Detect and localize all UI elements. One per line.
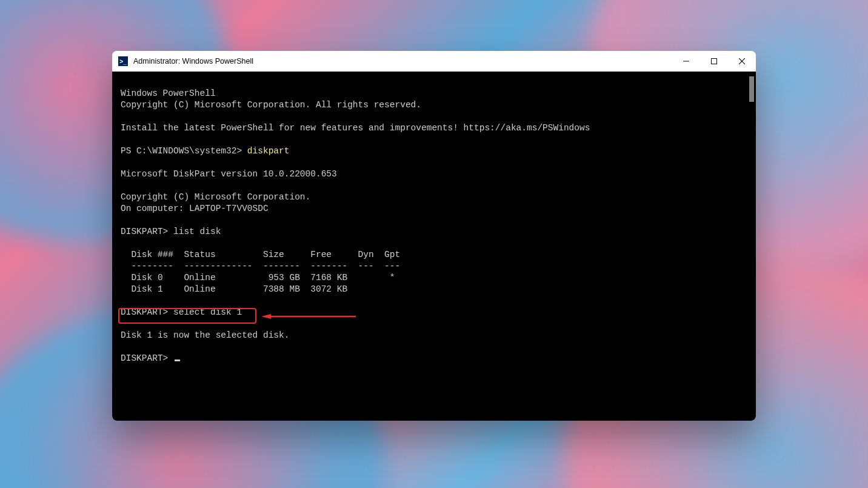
console-line: Copyright (C) Microsoft Corporation.: [121, 192, 310, 202]
svg-rect-1: [712, 59, 717, 64]
table-row: Disk 1 Online 7388 MB 3072 KB: [121, 284, 347, 294]
table-row: Disk 0 Online 953 GB 7168 KB *: [121, 273, 395, 282]
console-line: DISKPART> select disk 1: [121, 307, 242, 317]
maximize-button[interactable]: [700, 51, 728, 72]
table-header: Disk ### Status Size Free Dyn Gpt: [121, 250, 400, 259]
console-command: diskpart: [247, 146, 290, 156]
minimize-button[interactable]: [672, 51, 700, 72]
window-title: Administrator: Windows PowerShell: [133, 57, 253, 65]
console-output[interactable]: Windows PowerShell Copyright (C) Microso…: [112, 72, 756, 421]
console-line: On computer: LAPTOP-T7VV0SDC: [121, 204, 269, 213]
svg-marker-5: [261, 314, 271, 319]
powershell-icon: >_: [118, 56, 128, 66]
titlebar[interactable]: >_ Administrator: Windows PowerShell: [112, 51, 756, 72]
annotation-arrow-icon: [261, 314, 356, 319]
close-button[interactable]: [728, 51, 756, 72]
console-line: DISKPART> list disk: [121, 227, 221, 236]
console-line: Disk 1 is now the selected disk.: [121, 330, 289, 340]
console-prompt: DISKPART>: [121, 353, 173, 363]
scrollbar-thumb[interactable]: [749, 76, 754, 102]
console-line: Microsoft DiskPart version 10.0.22000.65…: [121, 169, 337, 179]
table-separator: -------- ------------- ------- ------- -…: [121, 261, 400, 271]
powershell-window: >_ Administrator: Windows PowerShell Win…: [112, 51, 756, 421]
console-line: Install the latest PowerShell for new fe…: [121, 123, 590, 133]
console-line: Windows PowerShell: [121, 89, 216, 98]
console-prompt: PS C:\WINDOWS\system32>: [121, 146, 247, 156]
console-line: Copyright (C) Microsoft Corporation. All…: [121, 100, 421, 110]
cursor-icon: [175, 359, 180, 361]
